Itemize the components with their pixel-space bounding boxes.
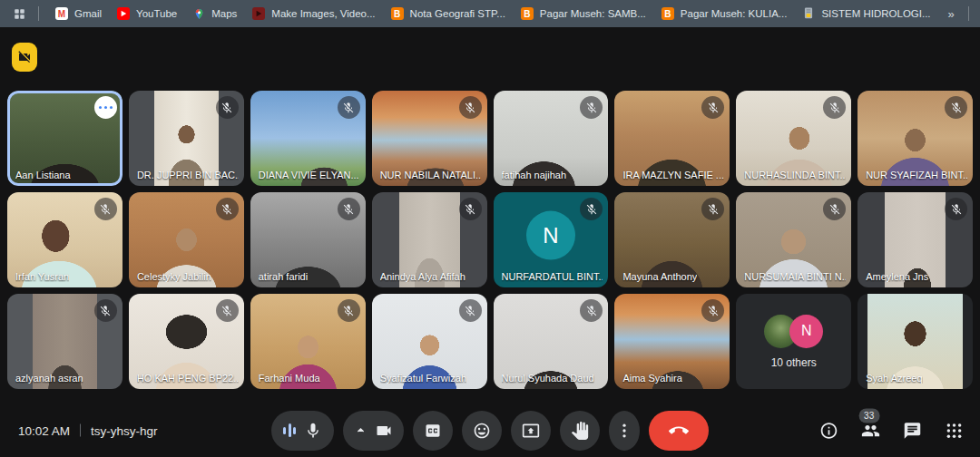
mic-muted-indicator (701, 198, 724, 220)
mic-off-icon (707, 305, 720, 317)
participant-name: Aan Listiana (15, 170, 71, 180)
captions-button[interactable] (413, 411, 453, 451)
participant-tile[interactable]: Mayuna Anthony (614, 192, 730, 287)
participant-tile[interactable]: IRA MAZLYN SAFIE ... (614, 91, 730, 186)
more-options-button[interactable] (609, 411, 640, 451)
chat-button[interactable] (903, 421, 922, 440)
participant-name: Farhani Muda (259, 373, 320, 384)
mic-button[interactable] (271, 411, 334, 451)
bookmark-label: Maps (211, 8, 237, 19)
bookmark-item[interactable]: YouTube (110, 4, 183, 24)
mic-muted-indicator (338, 96, 360, 119)
mic-off-icon (464, 305, 476, 317)
camera-off-icon (17, 50, 32, 64)
participant-tile[interactable]: Nurul Syuhada Daud (494, 294, 609, 389)
smiley-icon (473, 422, 491, 440)
raise-hand-button[interactable] (560, 411, 600, 451)
mic-muted-indicator (823, 198, 846, 220)
participant-tile[interactable]: Farhani Muda (250, 294, 366, 389)
bookmark-label: SISTEM HIDROLOGI... (821, 8, 930, 19)
participant-tile[interactable]: Ameylena Jns (858, 192, 973, 287)
camera-off-warning-badge[interactable] (12, 43, 37, 72)
control-bar: 10:02 AM tsy-yhsy-hgr (0, 404, 980, 457)
bookmark-label: Pagar Museh: KULIA... (681, 8, 788, 19)
youtube-icon (116, 6, 131, 21)
activities-button[interactable] (945, 421, 964, 440)
participant-name: DR. JUPPRI BIN BAC... (137, 170, 239, 180)
call-end-icon (669, 421, 689, 441)
bookmark-item[interactable]: M Gmail (48, 4, 108, 24)
tile-menu-button[interactable] (94, 96, 117, 119)
mic-muted-indicator (580, 198, 603, 220)
mic-muted-indicator (338, 299, 360, 322)
bookmark-item[interactable]: B Nota Geografi STP... (384, 4, 512, 24)
participant-name: atirah faridi (259, 271, 308, 282)
panel-controls: 33 (819, 421, 964, 440)
bookmark-label: Gmail (74, 8, 102, 19)
mic-off-icon (342, 305, 355, 317)
avatar: N (789, 315, 823, 348)
participant-tile[interactable]: N 10 others (736, 294, 851, 389)
mic-muted-indicator (580, 96, 603, 119)
participant-tile[interactable]: Aan Listiana (7, 91, 122, 186)
bookmark-item[interactable]: Make Images, Video... (245, 4, 381, 24)
participant-tile[interactable]: N NURFARDATUL BINT... (494, 192, 609, 287)
mic-off-icon (950, 102, 963, 114)
mic-off-icon (585, 305, 598, 317)
participant-name: NURFARDATUL BINT... (502, 271, 603, 282)
participant-tile[interactable]: DR. JUPPRI BIN BAC... (129, 91, 244, 186)
participant-tile[interactable]: Syafizatul Farwizah (372, 294, 487, 389)
mic-off-icon (220, 305, 233, 317)
participant-tile[interactable]: DIANA VIVIE ELYAN... (250, 91, 366, 186)
chevron-up-icon[interactable] (354, 423, 368, 437)
meeting-stage: Aan Listiana DR. JUPPRI BIN BAC... DIANA… (0, 27, 980, 457)
participant-tile[interactable]: NUR SYAFIZAH BINT... (858, 91, 973, 186)
mic-muted-indicator (701, 96, 724, 119)
mic-icon (304, 422, 322, 440)
bookmark-item[interactable]: SISTEM HIDROLOGI... (795, 4, 936, 24)
mic-muted-indicator (94, 198, 117, 220)
participant-tile[interactable]: Syah Azreeq (858, 294, 973, 389)
participant-name: Aima Syahira (622, 373, 681, 384)
mic-off-icon (99, 203, 112, 216)
bookmarks-apps-icon[interactable] (9, 4, 29, 24)
info-button[interactable] (819, 421, 838, 440)
participant-name: NURHASLINDA BINT... (744, 170, 846, 180)
participant-name: Irfan Yusran (15, 271, 69, 282)
participant-tile[interactable]: Anindya Alya Afifah (372, 192, 487, 287)
participant-tile[interactable]: Irfan Yusran (7, 192, 122, 287)
participant-tile[interactable]: NURHASLINDA BINT... (736, 91, 851, 186)
mic-off-icon (342, 102, 355, 114)
end-call-button[interactable] (649, 411, 709, 451)
people-button[interactable]: 33 (861, 421, 880, 440)
participant-tile[interactable]: NURSUMAIA BINTI N... (736, 192, 851, 287)
others-count-label: 10 others (771, 356, 817, 369)
participant-name: DIANA VIVIE ELYAN... (259, 170, 359, 180)
mic-off-icon (220, 203, 233, 216)
bookmark-item[interactable]: B Pagar Museh: SAMB... (514, 4, 652, 24)
bookmarks-overflow-chevron[interactable]: » (941, 7, 963, 21)
bookmarks-separator-right (968, 6, 969, 21)
blogger-icon: B (661, 6, 675, 21)
participant-name: HO KAH PENG BP22... (137, 373, 239, 384)
participant-name: Nurul Syuhada Daud (502, 373, 594, 384)
all-bookmarks-button[interactable]: All Bookmarks (975, 0, 980, 27)
participant-name: IRA MAZLYN SAFIE ... (622, 170, 724, 180)
chat-icon (903, 421, 922, 440)
participant-tile[interactable]: Celestyky Jabilin (129, 192, 244, 287)
participant-name: Celestyky Jabilin (137, 271, 211, 282)
participant-tile[interactable]: Aima Syahira (614, 294, 730, 389)
participant-tile[interactable]: NUR NABILA NATALI... (372, 91, 487, 186)
participant-tile[interactable]: atirah faridi (250, 192, 366, 287)
bookmark-item[interactable]: B Pagar Museh: KULIA... (654, 4, 794, 24)
mic-muted-indicator (216, 198, 239, 220)
participant-name: Syah Azreeq (866, 373, 922, 384)
participant-tile[interactable]: azlyanah asran (7, 294, 122, 389)
bookmark-item[interactable]: Maps (185, 4, 243, 24)
participant-tile[interactable]: fatihah najihah (494, 91, 609, 186)
camera-icon (375, 422, 393, 440)
participant-tile[interactable]: HO KAH PENG BP22... (129, 294, 244, 389)
reactions-button[interactable] (462, 411, 502, 451)
present-button[interactable] (511, 411, 551, 451)
camera-button[interactable] (343, 411, 404, 451)
